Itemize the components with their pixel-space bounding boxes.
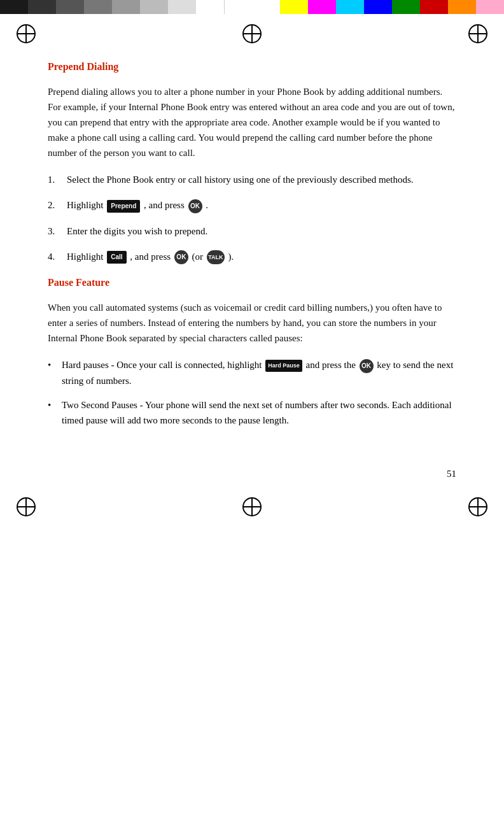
step-2-number: 2.	[48, 197, 67, 213]
step-4-highlight-label: Highlight	[67, 252, 104, 262]
step-2: 2. Highlight Prepend , and press OK .	[48, 197, 456, 213]
step-4-number: 4.	[48, 249, 67, 265]
bullet-1-text: Hard pauses - Once your call is connecte…	[62, 357, 456, 388]
step-1-number: 1.	[48, 172, 67, 187]
ok-button-icon-step4: OK	[174, 250, 188, 264]
main-content: Prepend Dialing Prepend dialing allows y…	[0, 48, 504, 462]
reg-mark-bottom-center	[244, 499, 260, 515]
step-3-text: Enter the digits you wish to prepend.	[67, 223, 456, 239]
reg-marks-top	[0, 14, 504, 48]
reg-marks-bottom	[0, 492, 504, 528]
reg-mark-center	[244, 25, 260, 42]
step-4-text: Highlight Call , and press OK (or TALK )…	[67, 249, 456, 265]
call-button-icon: Call	[107, 251, 126, 264]
reg-mark-bottom-right	[470, 499, 486, 515]
bullet-2: • Two Second Pauses - Your phone will se…	[48, 397, 456, 428]
bullet-1: • Hard pauses - Once your call is connec…	[48, 357, 456, 388]
color-bar-top	[0, 0, 504, 14]
step-2-period: .	[206, 200, 208, 210]
prepend-button-icon: Prepend	[107, 200, 140, 213]
reg-mark-bottom-center-mark	[244, 499, 260, 515]
step-3-number: 3.	[48, 223, 67, 239]
reg-mark-center-top	[244, 25, 260, 42]
bullet-2-marker: •	[48, 397, 62, 428]
step-2-text: Highlight Prepend , and press OK .	[67, 197, 456, 213]
step-1-text: Select the Phone Book entry or call hist…	[67, 172, 456, 187]
step-4-or: (or	[192, 252, 204, 262]
step-2-and-press: , and press	[144, 200, 185, 210]
pause-feature-title: Pause Feature	[48, 277, 456, 288]
bullet-1-marker: •	[48, 357, 62, 388]
page-number: 51	[0, 462, 504, 492]
talk-button-icon: TALK	[207, 250, 225, 264]
bullet-2-text: Two Second Pauses - Your phone will send…	[62, 397, 456, 428]
hard-pause-button-icon: Hard Pause	[265, 360, 302, 371]
reg-mark-right	[470, 25, 486, 42]
prepend-intro: Prepend dialing allows you to alter a ph…	[48, 84, 456, 160]
hard-pause-text-after: and press the	[306, 360, 356, 370]
pause-intro: When you call automated systems (such as…	[48, 300, 456, 346]
step-4-and-press: , and press	[130, 252, 171, 262]
ok-button-icon-pause: OK	[360, 359, 374, 373]
ok-button-icon-step2: OK	[188, 199, 202, 213]
reg-mark-left	[18, 25, 34, 42]
step-3: 3. Enter the digits you wish to prepend.	[48, 223, 456, 239]
hard-pause-text-before: Hard pauses - Once your call is connecte…	[62, 360, 262, 370]
step-1: 1. Select the Phone Book entry or call h…	[48, 172, 456, 187]
pause-bullets: • Hard pauses - Once your call is connec…	[48, 357, 456, 428]
step-4: 4. Highlight Call , and press OK (or TAL…	[48, 249, 456, 265]
prepend-dialing-title: Prepend Dialing	[48, 61, 456, 73]
step-4-end: ).	[228, 252, 234, 262]
prepend-steps: 1. Select the Phone Book entry or call h…	[48, 172, 456, 264]
step-2-highlight-label: Highlight	[67, 200, 104, 210]
reg-mark-bottom-left	[18, 499, 34, 515]
